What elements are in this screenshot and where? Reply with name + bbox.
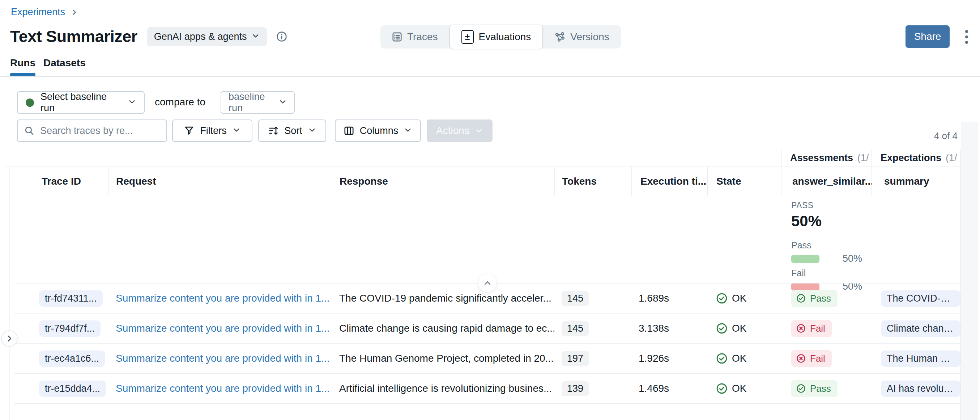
aggregate-metrics-section: PASS 50% Pass 50% Fail 50% [0, 196, 980, 283]
assessment-badge: Fail [791, 320, 832, 337]
chevron-down-icon [252, 31, 259, 42]
column-header-execution-time[interactable]: Execution ti... [632, 167, 707, 196]
trace-id-pill[interactable]: tr-fd74311... [39, 291, 103, 307]
check-circle-icon [716, 353, 728, 364]
check-circle-icon [716, 383, 728, 394]
column-header-tokens[interactable]: Tokens [554, 167, 632, 196]
column-header-state[interactable]: State [707, 167, 781, 196]
check-circle-icon [716, 323, 728, 334]
summary-pill: The COVID-19... [881, 291, 961, 307]
compare-target-select[interactable]: baseline run [221, 91, 295, 114]
legend-row-pass: Pass 50% [791, 240, 950, 264]
legend-fail-label: Fail [791, 268, 950, 278]
tokens-badge: 139 [562, 381, 589, 396]
check-circle-icon [716, 292, 728, 304]
assessments-label: Assessments [790, 152, 853, 164]
sort-label: Sort [284, 125, 302, 136]
trace-id-pill[interactable]: tr-e15dda4... [39, 380, 106, 397]
search-box[interactable] [17, 120, 167, 142]
legend-pass-bar [791, 255, 819, 263]
chevron-down-icon [128, 97, 136, 108]
result-count: 4 of 4 [934, 130, 958, 142]
page-title: Text Summarizer [10, 27, 137, 46]
assessment-badge: Fail [791, 350, 832, 367]
trace-table-body: tr-fd74311... Summarize content you are … [14, 284, 961, 404]
actions-label: Actions [436, 125, 469, 136]
share-button[interactable]: Share [905, 26, 950, 48]
search-icon [24, 126, 34, 136]
columns-button[interactable]: Columns [335, 120, 421, 142]
check-circle-icon [796, 294, 806, 303]
column-header-request[interactable]: Request [108, 167, 332, 196]
response-text: Artificial intelligence is revolutionizi… [339, 383, 552, 394]
expectations-count: (1/ [946, 152, 957, 164]
compare-to-label: compare to [155, 96, 205, 108]
category-dropdown[interactable]: GenAI apps & agents [147, 27, 267, 46]
search-input[interactable] [40, 125, 160, 137]
column-header-row: Trace ID Request Response Tokens Executi… [14, 167, 961, 196]
group-header-assessments: Assessments (1/ [781, 150, 872, 166]
trace-id-pill[interactable]: tr-794df7f... [39, 321, 100, 337]
view-switcher: Traces ± Evaluations Versions [380, 26, 621, 48]
state-label: OK [732, 292, 746, 304]
column-header-trace-id[interactable]: Trace ID [14, 167, 108, 196]
table-row[interactable]: tr-fd74311... Summarize content you are … [14, 284, 961, 313]
experiment-page: Experiments Text Summarizer GenAI apps &… [0, 0, 980, 420]
overflow-menu-icon[interactable] [962, 27, 971, 47]
column-header-response[interactable]: Response [332, 167, 554, 196]
tab-runs[interactable]: Runs [10, 57, 35, 76]
trace-id-pill[interactable]: tr-ec4a1c6... [39, 350, 105, 367]
baseline-status-dot [25, 99, 34, 107]
category-label: GenAI apps & agents [154, 31, 247, 42]
execution-time: 1.689s [639, 292, 669, 304]
assessment-label: Fail [810, 353, 825, 364]
chevron-down-icon [475, 127, 483, 135]
info-icon[interactable] [276, 31, 287, 42]
table-row[interactable]: tr-794df7f... Summarize content you are … [14, 313, 961, 343]
summary-pill: Climate chang... [881, 321, 961, 337]
columns-icon [344, 126, 354, 136]
breadcrumb-experiments-link[interactable]: Experiments [11, 6, 65, 18]
execution-time: 3.138s [639, 323, 669, 334]
actions-button-disabled: Actions [427, 120, 493, 142]
table-row[interactable]: tr-ec4a1c6... Summarize content you are … [14, 343, 961, 374]
filters-button[interactable]: Filters [172, 120, 252, 142]
execution-time: 1.469s [639, 383, 669, 394]
title-row: Text Summarizer GenAI apps & agents [10, 24, 287, 49]
answer-similarity-aggregate: PASS 50% Pass 50% Fail 50% [791, 201, 950, 292]
request-link[interactable]: Summarize content you are provided with … [116, 383, 329, 394]
tab-datasets[interactable]: Datasets [43, 57, 86, 69]
assessment-label: Pass [810, 383, 831, 394]
compare-target-label: baseline run [229, 91, 273, 114]
tokens-badge: 145 [562, 321, 589, 336]
aggregate-metric-value: 50% [791, 212, 950, 230]
column-header-summary[interactable]: summary [872, 167, 961, 196]
table-row[interactable]: tr-e15dda4... Summarize content you are … [14, 374, 961, 404]
evaluations-icon: ± [461, 30, 474, 44]
request-link[interactable]: Summarize content you are provided with … [116, 323, 329, 334]
chevron-down-icon [308, 125, 316, 136]
request-link[interactable]: Summarize content you are provided with … [116, 353, 329, 364]
tab-traces[interactable]: Traces [380, 26, 450, 48]
assessment-badge: Pass [791, 290, 837, 307]
state-label: OK [732, 353, 746, 364]
x-circle-icon [796, 354, 806, 363]
columns-label: Columns [360, 125, 399, 136]
tab-evaluations-label: Evaluations [479, 31, 531, 43]
chevron-down-icon [404, 125, 412, 136]
baseline-select-label: Select baseline run [40, 91, 121, 114]
tab-versions[interactable]: Versions [543, 26, 620, 48]
tab-evaluations[interactable]: ± Evaluations [450, 25, 543, 49]
column-header-answer-similarity[interactable]: answer_similar... [781, 167, 872, 196]
response-text: Climate change is causing rapid damage t… [339, 323, 554, 334]
request-link[interactable]: Summarize content you are provided with … [116, 292, 329, 304]
tab-versions-label: Versions [570, 31, 609, 43]
expectations-label: Expectations [881, 152, 941, 164]
versions-icon [554, 32, 565, 42]
tokens-badge: 145 [562, 291, 589, 306]
baseline-run-select[interactable]: Select baseline run [17, 91, 145, 114]
table-right-border [961, 150, 961, 420]
traces-icon [392, 32, 402, 42]
sort-button[interactable]: Sort [258, 120, 326, 142]
chevron-right-icon [70, 8, 78, 16]
